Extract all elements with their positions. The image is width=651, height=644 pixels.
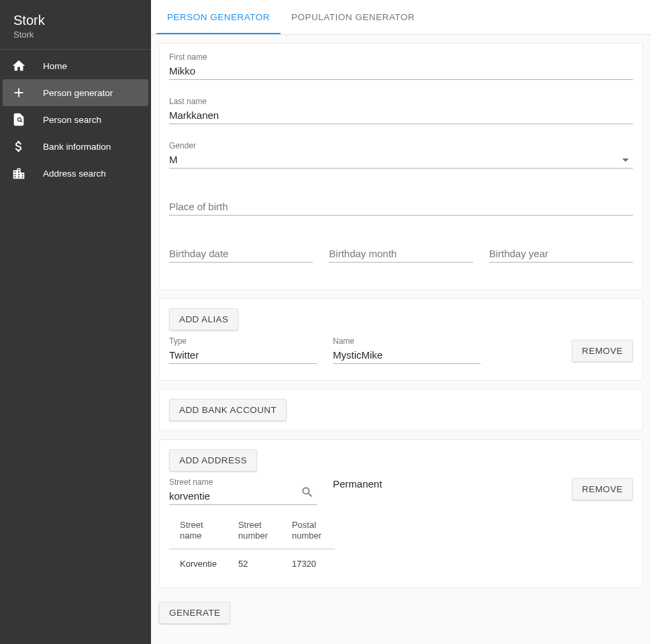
cell-street-name: Korventie <box>169 549 228 579</box>
home-icon <box>11 58 27 74</box>
add-address-button[interactable]: Add address <box>169 449 257 471</box>
col-postal-number: Postal number <box>281 516 335 549</box>
sidebar-item-bank-information[interactable]: Bank information <box>3 133 148 160</box>
sidebar-item-label: Home <box>43 61 67 71</box>
gender-select[interactable] <box>169 150 633 169</box>
alias-name-field: Name <box>333 337 481 364</box>
person-details-card: First name Last name Gender <box>159 43 643 290</box>
tab-population-generator[interactable]: Population Generator <box>281 0 425 34</box>
first-name-label: First name <box>169 53 633 61</box>
street-name-field: Street name <box>169 478 317 505</box>
address-card: Add address Street name Permanent Remove <box>159 439 643 588</box>
birthday-month-field <box>329 244 472 263</box>
last-name-label: Last name <box>169 97 633 105</box>
birthday-date-field <box>169 244 313 263</box>
chevron-down-icon <box>622 158 629 162</box>
gender-field: Gender <box>169 142 633 169</box>
alias-name-input[interactable] <box>333 345 481 364</box>
person-search-icon <box>11 111 27 128</box>
generate-button[interactable]: Generate <box>159 602 230 624</box>
permanent-label: Permanent <box>333 478 382 490</box>
sidebar-item-address-search[interactable]: Address search <box>3 160 148 187</box>
tab-bar: Person Generator Population Generator <box>151 0 651 35</box>
sidebar-header: Stork Stork <box>0 0 151 50</box>
birthday-date-input[interactable] <box>169 244 313 263</box>
alias-card: Add alias Type Name Remove <box>159 298 643 381</box>
birthday-month-input[interactable] <box>329 244 472 263</box>
alias-type-field: Type <box>169 337 317 364</box>
app-subtitle: Stork <box>13 30 138 40</box>
cell-street-number: 52 <box>228 549 281 579</box>
main-content: Person Generator Population Generator Fi… <box>151 0 651 644</box>
table-row[interactable]: Korventie 52 17320 <box>169 549 335 579</box>
sidebar-item-label: Bank information <box>43 142 111 152</box>
street-name-label: Street name <box>169 478 317 486</box>
sidebar-item-person-search[interactable]: Person search <box>3 106 148 133</box>
alias-type-input[interactable] <box>169 345 317 364</box>
sidebar-item-person-generator[interactable]: Person generator <box>3 79 148 106</box>
app-title: Stork <box>13 12 138 28</box>
cell-postal-number: 17320 <box>281 549 335 579</box>
alias-type-label: Type <box>169 337 317 345</box>
plus-icon <box>11 85 27 101</box>
last-name-input[interactable] <box>169 105 633 124</box>
sidebar-item-label: Person generator <box>43 88 113 98</box>
building-icon <box>11 165 27 181</box>
sidebar-nav: Home Person generator Person search Bank… <box>0 50 151 189</box>
alias-name-label: Name <box>333 337 481 345</box>
add-alias-button[interactable]: Add alias <box>169 308 238 330</box>
place-of-birth-field <box>169 197 633 216</box>
sidebar: Stork Stork Home Person generator Person… <box>0 0 151 644</box>
sidebar-item-label: Address search <box>43 169 106 179</box>
bank-card: Add bank account <box>159 389 643 431</box>
first-name-input[interactable] <box>169 61 633 80</box>
dollar-icon <box>11 138 27 154</box>
col-street-name: Street name <box>169 516 228 549</box>
address-results-table: Street name Street number Postal number … <box>169 516 335 578</box>
add-bank-account-button[interactable]: Add bank account <box>169 399 287 421</box>
sidebar-item-label: Person search <box>43 115 101 125</box>
place-of-birth-input[interactable] <box>169 197 633 216</box>
birthday-year-input[interactable] <box>489 244 633 263</box>
sidebar-item-home[interactable]: Home <box>3 52 148 79</box>
street-name-input[interactable] <box>169 486 317 505</box>
col-street-number: Street number <box>228 516 281 549</box>
birthday-year-field <box>489 244 633 273</box>
gender-label: Gender <box>169 142 633 150</box>
remove-address-button[interactable]: Remove <box>572 478 633 500</box>
tab-person-generator[interactable]: Person Generator <box>156 0 281 34</box>
first-name-field: First name <box>169 53 633 80</box>
last-name-field: Last name <box>169 97 633 124</box>
remove-alias-button[interactable]: Remove <box>572 340 633 362</box>
